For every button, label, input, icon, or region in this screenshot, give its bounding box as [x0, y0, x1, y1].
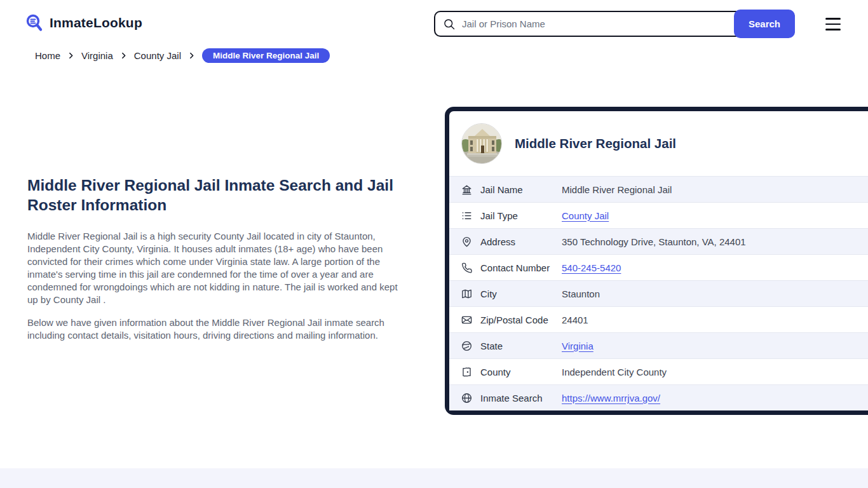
breadcrumb: Home Virginia County Jail Middle River R…: [35, 48, 330, 63]
list-icon: [461, 210, 473, 222]
table-row: County Independent City County: [449, 358, 868, 384]
brand-logo-icon: [24, 13, 44, 33]
row-value: Virginia: [562, 341, 593, 351]
map-pin-icon: [461, 236, 473, 248]
search-icon: [443, 18, 456, 30]
jail-info-table: Jail Name Middle River Regional Jail Jai…: [449, 176, 868, 410]
web-icon: [461, 392, 473, 404]
row-label: State: [480, 341, 562, 351]
article-paragraph-2: Below we have given information about th…: [27, 316, 407, 342]
bank-icon: [461, 184, 473, 196]
county-map-icon: [461, 366, 473, 378]
table-row: Jail Name Middle River Regional Jail: [449, 176, 868, 202]
table-row: City Staunton: [449, 280, 868, 306]
table-row: Zip/Postal Code 24401: [449, 306, 868, 332]
row-value-link[interactable]: County Jail: [562, 210, 609, 221]
map-icon: [461, 288, 473, 300]
search-input[interactable]: [456, 18, 734, 29]
breadcrumb-home[interactable]: Home: [35, 50, 60, 61]
phone-icon: [461, 262, 473, 274]
breadcrumb-current-badge: Middle River Regional Jail: [202, 48, 330, 63]
row-value: Middle River Regional Jail: [562, 184, 672, 195]
row-label: Zip/Postal Code: [480, 315, 562, 325]
globe-icon: [461, 340, 473, 352]
brand-logo[interactable]: InmateLookup: [24, 13, 142, 33]
row-value: https://www.mrrjva.gov/: [562, 393, 660, 403]
article-paragraph-1: Middle River Regional Jail is a high sec…: [27, 230, 407, 306]
table-row: Address 350 Technology Drive, Staunton, …: [449, 228, 868, 254]
jail-info-card: Middle River Regional Jail Jail Name Mid…: [445, 107, 868, 415]
breadcrumb-county-jail[interactable]: County Jail: [134, 50, 181, 61]
jail-search-form: Search: [434, 11, 795, 37]
article: Middle River Regional Jail Inmate Search…: [27, 175, 407, 352]
row-value: Staunton: [562, 288, 600, 299]
row-label: Inmate Search: [480, 393, 562, 403]
row-label: Jail Type: [480, 210, 562, 221]
table-row: Contact Number 540-245-5420: [449, 254, 868, 280]
breadcrumb-virginia[interactable]: Virginia: [81, 50, 113, 61]
menu-icon[interactable]: [825, 18, 841, 30]
brand-name: InmateLookup: [50, 15, 142, 30]
chevron-right-icon: [67, 51, 75, 60]
table-row: Jail Type County Jail: [449, 202, 868, 228]
mail-icon: [461, 314, 473, 326]
row-label: City: [480, 288, 562, 299]
jail-photo: [461, 123, 502, 164]
search-button[interactable]: Search: [734, 10, 795, 38]
row-label: County: [480, 367, 562, 377]
jail-card-header: Middle River Regional Jail: [449, 111, 868, 176]
row-value-link[interactable]: Virginia: [562, 341, 593, 351]
row-value-link[interactable]: 540-245-5420: [562, 262, 621, 273]
row-label: Contact Number: [480, 262, 562, 273]
jail-card-title: Middle River Regional Jail: [515, 136, 676, 151]
row-value: Independent City County: [562, 367, 667, 377]
row-value: County Jail: [562, 210, 609, 221]
table-row: Inmate Search https://www.mrrjva.gov/: [449, 384, 868, 410]
footer-strip: [0, 468, 868, 488]
table-row: State Virginia: [449, 332, 868, 358]
row-label: Address: [480, 236, 562, 247]
chevron-right-icon: [187, 51, 196, 60]
chevron-right-icon: [119, 51, 128, 60]
row-value-link[interactable]: https://www.mrrjva.gov/: [562, 393, 660, 403]
row-value: 540-245-5420: [562, 262, 621, 273]
row-label: Jail Name: [480, 184, 562, 195]
page-title: Middle River Regional Jail Inmate Search…: [27, 175, 407, 215]
row-value: 24401: [562, 315, 588, 325]
row-value: 350 Technology Drive, Staunton, VA, 2440…: [562, 236, 746, 247]
